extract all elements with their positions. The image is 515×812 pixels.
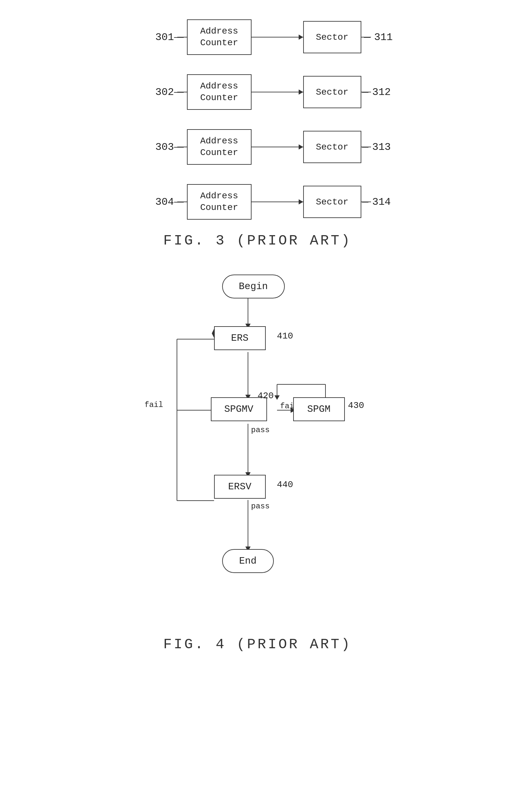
diagram-row-1: 301 AddressCounter Sector 311 xyxy=(148,19,393,55)
fig4-section: Begin ERS 410 SPGMV 420 fail SPGM 430 pa… xyxy=(0,262,515,652)
spgm-ref: 430 xyxy=(348,401,364,410)
addr-counter-3: AddressCounter xyxy=(187,129,251,165)
right-label-312: 312 xyxy=(372,86,391,98)
diagram-row-4: 304 AddressCounter Sector 314 xyxy=(148,184,391,220)
svg-marker-17 xyxy=(212,329,214,338)
spgmv-ref: 420 xyxy=(258,391,274,401)
right-label-314: 314 xyxy=(372,196,391,208)
fc-ers-node: ERS xyxy=(214,326,266,350)
fig3-caption: FIG. 3 (PRIOR ART) xyxy=(163,233,352,249)
page: 301 AddressCounter Sector 311 302 xyxy=(0,0,515,812)
pass-ersv-label: pass xyxy=(251,502,270,511)
fig3-rows: 301 AddressCounter Sector 311 302 xyxy=(148,19,393,220)
ersv-ref: 440 xyxy=(277,480,293,490)
end-label: End xyxy=(222,549,274,573)
begin-label: Begin xyxy=(222,274,285,298)
fail-left-label: fail xyxy=(145,401,163,409)
fig3-section: 301 AddressCounter Sector 311 302 xyxy=(0,0,515,262)
row-label-303: 303 xyxy=(148,141,174,153)
fc-spgm-node: SPGM xyxy=(293,397,345,421)
sector-1: Sector xyxy=(303,21,361,53)
ers-ref: 410 xyxy=(277,331,293,341)
spgmv-label: SPGMV xyxy=(211,397,267,421)
fc-spgmv-node: SPGMV xyxy=(211,397,267,421)
flowchart-container: Begin ERS 410 SPGMV 420 fail SPGM 430 pa… xyxy=(112,274,403,630)
diagram-row-2: 302 AddressCounter Sector 312 xyxy=(148,74,391,110)
right-label-313: 313 xyxy=(372,141,391,153)
ersv-label: ERSV xyxy=(214,475,266,499)
addr-counter-4: AddressCounter xyxy=(187,184,251,220)
pass-spgmv-label: pass xyxy=(251,426,270,434)
fig4-caption: FIG. 4 (PRIOR ART) xyxy=(163,636,352,652)
sector-3: Sector xyxy=(303,131,361,163)
sector-2: Sector xyxy=(303,76,361,108)
spgm-label: SPGM xyxy=(293,397,345,421)
fc-ersv-node: ERSV xyxy=(214,475,266,499)
row-label-302: 302 xyxy=(148,86,174,98)
diagram-row-3: 303 AddressCounter Sector 313 xyxy=(148,129,391,165)
sector-4: Sector xyxy=(303,186,361,218)
right-label-311: 311 xyxy=(374,31,393,43)
fc-end-node: End xyxy=(222,549,274,573)
ers-label: ERS xyxy=(214,326,266,350)
addr-counter-1: AddressCounter xyxy=(187,19,251,55)
row-label-301: 301 xyxy=(148,31,174,43)
row-label-304: 304 xyxy=(148,196,174,208)
svg-marker-9 xyxy=(274,395,280,400)
addr-counter-2: AddressCounter xyxy=(187,74,251,110)
fc-begin-node: Begin xyxy=(222,274,285,298)
